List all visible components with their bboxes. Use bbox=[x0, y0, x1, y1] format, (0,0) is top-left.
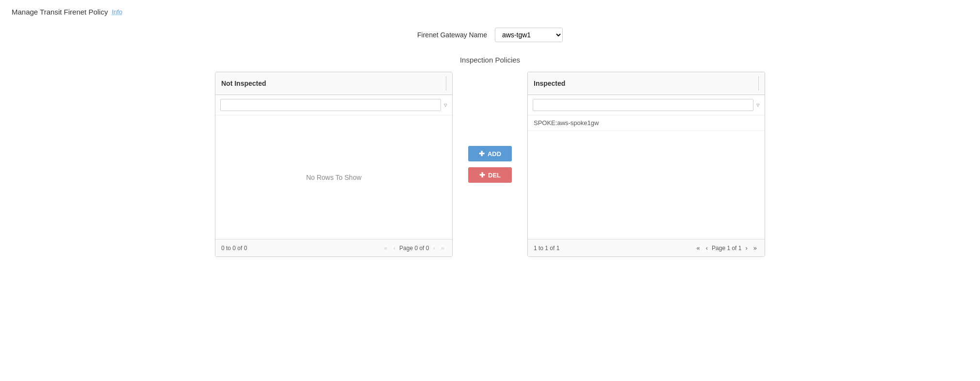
header-divider bbox=[446, 76, 446, 91]
not-inspected-search-input[interactable] bbox=[220, 99, 441, 111]
inspected-search-input[interactable] bbox=[533, 99, 753, 111]
middle-buttons: ✚ ADD ✚ DEL bbox=[468, 146, 512, 183]
inspected-body: SPOKE:aws-spoke1gw bbox=[528, 115, 765, 239]
inspected-title: Inspected bbox=[534, 79, 565, 87]
last-page-button[interactable]: » bbox=[439, 243, 446, 253]
inspected-last-page-button[interactable]: » bbox=[751, 243, 759, 253]
page-title: Manage Transit Firenet Policy bbox=[12, 8, 108, 16]
inspected-next-page-button[interactable]: › bbox=[743, 243, 749, 253]
not-inspected-title: Not Inspected bbox=[221, 79, 266, 87]
list-item[interactable]: SPOKE:aws-spoke1gw bbox=[528, 115, 765, 131]
inspected-first-page-button[interactable]: « bbox=[694, 243, 702, 253]
not-inspected-panel: Not Inspected ▿ No Rows To Show 0 to 0 o… bbox=[215, 72, 453, 257]
inspected-footer: 1 to 1 of 1 « ‹ Page 1 of 1 › » bbox=[528, 239, 765, 256]
inspected-search-row: ▿ bbox=[528, 95, 765, 115]
header-divider-2 bbox=[758, 76, 759, 91]
inspected-header: Inspected bbox=[528, 72, 765, 95]
section-title: Inspection Policies bbox=[12, 56, 968, 64]
add-icon: ✚ bbox=[479, 150, 485, 158]
gateway-label: Firenet Gateway Name bbox=[417, 31, 487, 39]
not-inspected-header: Not Inspected bbox=[215, 72, 452, 95]
gateway-select[interactable]: aws-tgw1 aws-tgw2 bbox=[495, 28, 563, 42]
empty-message: No Rows To Show bbox=[306, 174, 361, 181]
inspected-panel: Inspected ▿ SPOKE:aws-spoke1gw 1 to 1 of… bbox=[527, 72, 765, 257]
del-button[interactable]: ✚ DEL bbox=[468, 167, 512, 183]
page-wrapper: Manage Transit Firenet Policy Info Firen… bbox=[0, 0, 980, 381]
not-inspected-pagination-controls: « ‹ Page 0 of 0 › » bbox=[382, 243, 446, 253]
not-inspected-body: No Rows To Show bbox=[215, 115, 452, 239]
del-label: DEL bbox=[488, 172, 501, 179]
not-inspected-footer: 0 to 0 of 0 « ‹ Page 0 of 0 › » bbox=[215, 239, 452, 256]
inspected-pagination-controls: « ‹ Page 1 of 1 › » bbox=[694, 243, 759, 253]
prev-page-button[interactable]: ‹ bbox=[392, 243, 397, 253]
gateway-row: Firenet Gateway Name aws-tgw1 aws-tgw2 bbox=[12, 28, 968, 42]
filter-icon[interactable]: ▿ bbox=[444, 101, 447, 109]
first-page-button[interactable]: « bbox=[382, 243, 389, 253]
not-inspected-search-row: ▿ bbox=[215, 95, 452, 115]
add-label: ADD bbox=[488, 150, 501, 158]
add-button[interactable]: ✚ ADD bbox=[468, 146, 512, 161]
list-item-text: SPOKE:aws-spoke1gw bbox=[534, 119, 599, 127]
not-inspected-pagination-info: 0 to 0 of 0 bbox=[221, 245, 247, 252]
panels-container: Not Inspected ▿ No Rows To Show 0 to 0 o… bbox=[12, 72, 968, 257]
inspected-page-text: Page 1 of 1 bbox=[712, 245, 741, 252]
inspected-prev-page-button[interactable]: ‹ bbox=[704, 243, 710, 253]
filter-icon-2[interactable]: ▿ bbox=[756, 101, 760, 109]
inspected-pagination-info: 1 to 1 of 1 bbox=[534, 245, 559, 252]
not-inspected-page-text: Page 0 of 0 bbox=[399, 245, 429, 252]
next-page-button[interactable]: › bbox=[431, 243, 437, 253]
del-icon: ✚ bbox=[479, 171, 485, 179]
page-title-row: Manage Transit Firenet Policy Info bbox=[12, 8, 968, 16]
info-link[interactable]: Info bbox=[112, 8, 122, 16]
